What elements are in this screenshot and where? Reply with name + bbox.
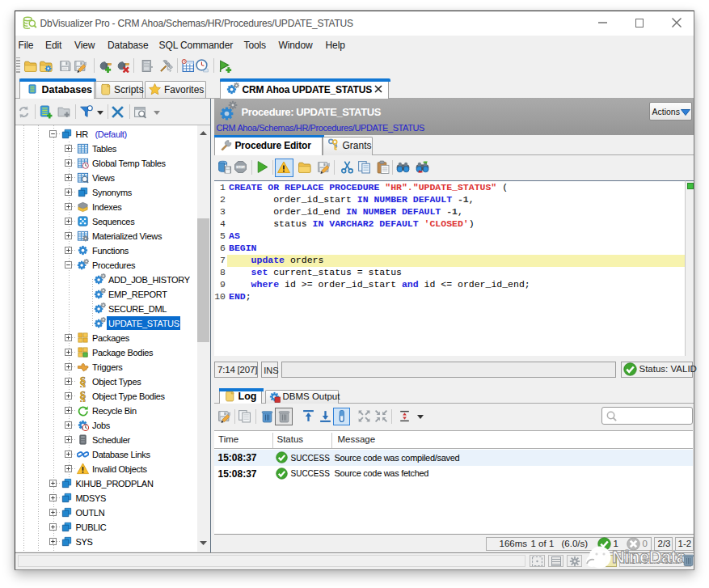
svg-text:NineData: NineData — [612, 547, 687, 567]
